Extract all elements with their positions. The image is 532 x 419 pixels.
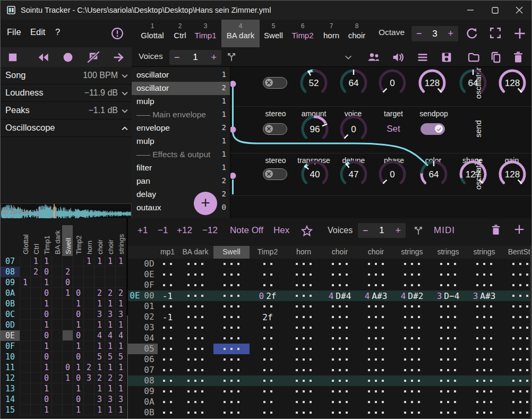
note-cell[interactable] bbox=[322, 269, 358, 280]
maximize-button[interactable] bbox=[483, 1, 507, 20]
note-cell[interactable] bbox=[286, 365, 322, 375]
note-cell[interactable] bbox=[177, 322, 213, 333]
knob-voice[interactable]: 0 bbox=[338, 113, 370, 145]
order-cell[interactable] bbox=[30, 309, 41, 320]
order-cell[interactable]: 4 bbox=[94, 330, 105, 341]
order-cell[interactable]: 1 bbox=[41, 383, 52, 394]
note-cell[interactable] bbox=[250, 322, 286, 333]
note-cell[interactable] bbox=[286, 386, 322, 397]
note-cell[interactable] bbox=[213, 312, 250, 322]
order-cell[interactable]: 1 bbox=[105, 405, 115, 415]
order-cell[interactable]: 2 bbox=[30, 267, 41, 277]
order-cell[interactable] bbox=[73, 267, 83, 277]
order-cell[interactable]: 1 bbox=[94, 256, 105, 267]
order-cell[interactable]: 2 bbox=[115, 288, 126, 298]
order-cell[interactable]: 0 bbox=[41, 373, 52, 383]
order-row-number[interactable]: 0B bbox=[1, 298, 20, 309]
note-cell[interactable] bbox=[250, 386, 286, 397]
order-cell[interactable] bbox=[83, 309, 94, 320]
order-cell[interactable]: 1 bbox=[115, 298, 126, 309]
order-cell[interactable] bbox=[62, 298, 73, 309]
order-cell[interactable] bbox=[52, 341, 62, 352]
order-track-header-strings[interactable]: strings bbox=[117, 234, 125, 254]
note-cell[interactable] bbox=[158, 259, 177, 269]
order-cell[interactable]: 1 bbox=[94, 298, 105, 309]
note-cell[interactable] bbox=[430, 354, 466, 365]
order-cell[interactable] bbox=[20, 267, 30, 277]
order-cell[interactable]: 4 bbox=[115, 330, 126, 341]
note-cell[interactable] bbox=[358, 301, 394, 312]
note-cell[interactable] bbox=[502, 333, 532, 344]
note-cell[interactable] bbox=[177, 386, 213, 397]
note-cell[interactable] bbox=[286, 322, 322, 333]
order-cell[interactable]: 0 bbox=[41, 309, 52, 320]
order-cell[interactable]: 3 bbox=[83, 373, 94, 383]
pattern-button-hex[interactable]: Hex bbox=[273, 225, 289, 236]
sendpop-toggle-on[interactable] bbox=[421, 123, 445, 135]
note-cell[interactable] bbox=[158, 375, 177, 386]
order-cell[interactable]: 1 bbox=[41, 277, 52, 288]
order-cell[interactable] bbox=[62, 341, 73, 352]
order-cell[interactable]: 2 bbox=[105, 373, 115, 383]
order-cell[interactable]: 4 bbox=[105, 330, 115, 341]
order-cell[interactable] bbox=[52, 383, 62, 394]
note-row-number[interactable]: 02 bbox=[142, 312, 157, 322]
note-cell[interactable] bbox=[213, 344, 250, 354]
note-cell[interactable] bbox=[322, 354, 358, 365]
note-cell[interactable] bbox=[322, 322, 358, 333]
menu-file[interactable]: File bbox=[7, 27, 21, 37]
note-cell[interactable] bbox=[502, 290, 532, 301]
note-cell[interactable] bbox=[502, 312, 532, 322]
note-cell[interactable] bbox=[502, 375, 532, 386]
note-cell[interactable] bbox=[286, 312, 322, 322]
note-cell[interactable] bbox=[358, 344, 394, 354]
order-track-header-timp2[interactable]: Timp2 bbox=[75, 235, 83, 254]
note-cell[interactable] bbox=[213, 386, 250, 397]
note-cell[interactable] bbox=[177, 407, 213, 418]
note-cell[interactable] bbox=[213, 322, 250, 333]
note-cell[interactable] bbox=[250, 375, 286, 386]
tab-instrument-ba-dark[interactable]: 4BA dark bbox=[221, 20, 260, 47]
note-cell[interactable] bbox=[502, 344, 532, 354]
note-cell[interactable] bbox=[213, 301, 250, 312]
pattern-voices-plus-button[interactable]: + bbox=[390, 225, 406, 236]
stereo-toggle-off[interactable] bbox=[263, 168, 287, 180]
order-cell[interactable]: 0 bbox=[62, 362, 73, 373]
note-row-number[interactable]: 0D bbox=[142, 259, 157, 269]
chevron-down-icon[interactable] bbox=[121, 72, 129, 80]
order-cell[interactable]: 1 bbox=[105, 298, 115, 309]
order-cell[interactable] bbox=[105, 267, 115, 277]
note-cell[interactable] bbox=[322, 386, 358, 397]
order-cell[interactable] bbox=[20, 298, 30, 309]
note-cell[interactable] bbox=[250, 365, 286, 375]
note-cell[interactable] bbox=[322, 312, 358, 322]
note-cell[interactable] bbox=[502, 397, 532, 407]
order-cell[interactable] bbox=[62, 309, 73, 320]
tab-instrument-glottal[interactable]: 1Glottal bbox=[137, 20, 168, 47]
tab-instrument-horn[interactable]: 7horn bbox=[319, 20, 344, 47]
note-cell[interactable] bbox=[250, 333, 286, 344]
order-cell[interactable] bbox=[105, 277, 115, 288]
mute-speaker-icon[interactable] bbox=[391, 51, 404, 64]
order-cell[interactable]: 1 bbox=[94, 383, 105, 394]
order-cell[interactable]: 1 bbox=[41, 362, 52, 373]
note-cell[interactable] bbox=[213, 280, 250, 290]
order-cell[interactable]: 0 bbox=[41, 352, 52, 362]
order-cell[interactable] bbox=[52, 288, 62, 298]
order-cell[interactable]: 1 bbox=[41, 256, 52, 267]
order-cell[interactable]: 1 bbox=[73, 383, 83, 394]
note-cell[interactable] bbox=[502, 322, 532, 333]
tab-instrument-timp1[interactable]: 3Timp1 bbox=[191, 20, 220, 47]
order-cell[interactable]: 1 bbox=[73, 298, 83, 309]
note-cell[interactable] bbox=[286, 290, 322, 301]
note-cell[interactable] bbox=[213, 375, 250, 386]
order-cell[interactable] bbox=[83, 320, 94, 330]
note-cell[interactable] bbox=[286, 280, 322, 290]
note-track-header-strings[interactable]: strings bbox=[473, 247, 495, 256]
note-cell[interactable] bbox=[430, 344, 466, 354]
note-cell[interactable] bbox=[177, 397, 213, 407]
note-cell[interactable] bbox=[250, 280, 286, 290]
order-row-number[interactable]: 07 bbox=[1, 256, 20, 267]
note-cell[interactable] bbox=[502, 301, 532, 312]
note-cell[interactable] bbox=[322, 333, 358, 344]
